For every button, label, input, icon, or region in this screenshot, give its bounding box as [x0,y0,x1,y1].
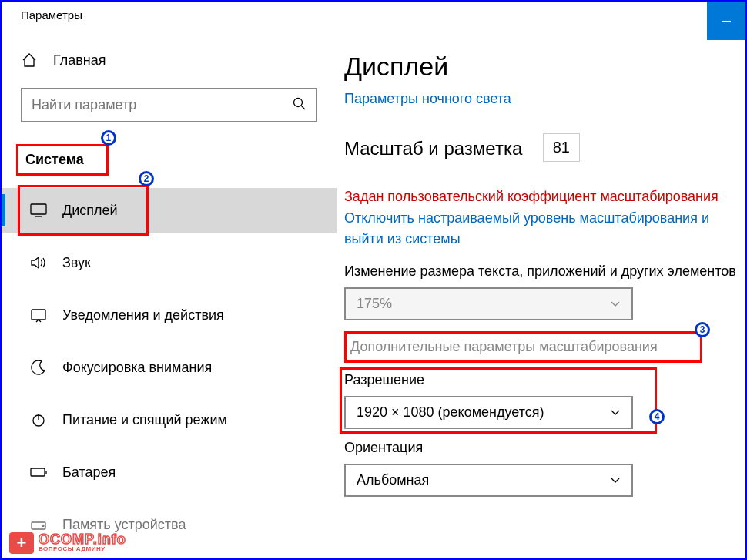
chevron-down-icon [610,296,621,312]
search-input-container[interactable] [21,88,317,122]
moon-icon [30,360,47,375]
nav-item-display-label: Дисплей [62,203,118,219]
main-panel: Дисплей Параметры ночного света Масштаб … [337,29,745,558]
svg-rect-1 [31,204,46,214]
nav-item-power-label: Питание и спящий режим [62,412,227,428]
chevron-down-icon [610,472,621,488]
nav-item-notifications-label: Уведомления и действия [62,307,224,324]
page-title: Дисплей [344,52,745,82]
nav-item-notifications[interactable]: Уведомления и действия [2,293,337,337]
scale-heading: Масштаб и разметка [344,138,522,159]
scale-select-value: 175% [357,296,392,312]
search-icon [293,97,307,114]
battery-icon [30,467,47,478]
nav-item-storage-label: Память устройства [62,517,186,533]
disable-scaling-link[interactable]: Отключить настраиваемый уровень масштаби… [344,208,714,250]
scale-select[interactable]: 175% [344,287,633,320]
monitor-icon [30,203,47,217]
nav-item-focus-label: Фокусировка внимания [62,360,212,376]
orientation-label: Ориентация [344,440,745,456]
annotation-badge-2: 2 [139,171,154,186]
nav-item-focus[interactable]: Фокусировка внимания [2,345,337,390]
orientation-value: Альбомная [357,472,429,488]
search-input[interactable] [32,97,307,113]
annotation-badge-1: 1 [101,130,116,146]
nav-item-sound-label: Звук [62,255,91,271]
power-icon [30,412,47,428]
svg-point-0 [294,98,303,106]
svg-rect-5 [32,522,45,529]
settings-window: Параметры Главная Система 1 [0,0,747,560]
nav-item-sound[interactable]: Звук [2,240,337,285]
orientation-select[interactable]: Альбомная [344,464,633,497]
window-title: Параметры [21,8,82,22]
speaker-icon [30,255,47,270]
nav-home[interactable]: Главная [21,52,317,69]
resolution-label: Разрешение [344,372,652,388]
annotation-badge-3: 3 [695,322,710,337]
scale-warning: Задан пользовательский коэффициент масшт… [344,189,745,205]
resolution-select[interactable]: 1920 × 1080 (рекомендуется) [344,396,633,429]
watermark-text: OCOMP.info [39,534,126,545]
nav-item-power[interactable]: Питание и спящий режим [2,397,337,442]
scale-value-box[interactable]: 81 [543,133,580,162]
content-area: Главная Система 1 Дисплей [2,29,745,558]
annotation-badge-4: 4 [649,409,665,424]
sidebar: Главная Система 1 Дисплей [2,29,337,558]
nav-home-label: Главная [53,52,106,69]
nav-item-battery[interactable]: Батарея [2,450,337,495]
sidebar-group-system: Система [21,146,89,174]
minimize-icon [722,21,731,22]
home-icon [21,52,38,69]
resolution-value: 1920 × 1080 (рекомендуется) [357,404,544,421]
svg-rect-2 [32,310,45,320]
chevron-down-icon [610,404,621,421]
nav-item-battery-label: Батарея [62,464,116,481]
svg-point-6 [42,525,44,527]
titlebar: Параметры [2,2,745,29]
advanced-scaling-link[interactable]: Дополнительные параметры масштабирования [344,331,702,363]
nav-item-display[interactable]: Дисплей [2,188,337,233]
watermark: + OCOMP.info ВОПРОСЫ АДМИНУ [9,532,126,554]
storage-icon [30,518,47,531]
svg-rect-4 [31,468,45,476]
watermark-plus-icon: + [9,532,34,554]
notifications-icon [30,307,47,323]
scale-label: Изменение размера текста, приложений и д… [344,263,745,280]
night-light-link[interactable]: Параметры ночного света [344,91,511,106]
